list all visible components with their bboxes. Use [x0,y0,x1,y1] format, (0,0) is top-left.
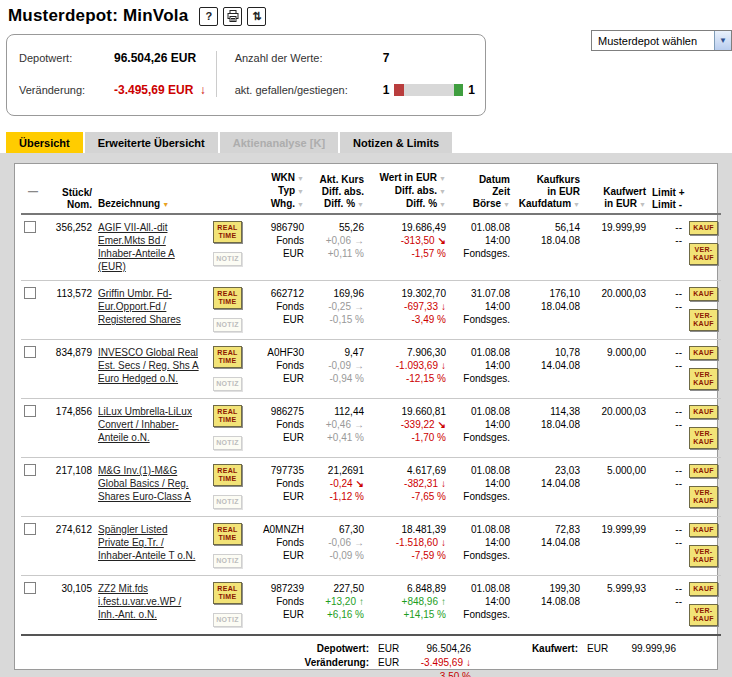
sort-icon[interactable]: ▼ [297,188,304,195]
table-row: 113,572 Griffin Umbr. Fd-Eur.Opport.Fd /… [21,281,721,340]
sort-icon[interactable]: ▼ [573,201,580,208]
row-checkbox[interactable] [24,346,36,358]
realtime-button[interactable]: REALTIME [213,405,242,427]
sort-icon[interactable]: ▼ [162,201,169,208]
value-cell: 19.660,81 -339,22↘ -1,70 % [367,399,449,458]
refresh-icon[interactable]: ⇅ [247,7,266,26]
position-value: 4.617,69 [370,464,446,477]
kauf-button[interactable]: KAUF [689,523,718,537]
kauf-button[interactable]: KAUF [689,405,718,419]
print-icon[interactable] [223,7,242,26]
value-diff-abs: -1.518,60↓ [370,536,446,549]
depot-select[interactable]: Musterdepot wählen ▼ [591,30,732,51]
quote-time: 14:00 [452,536,510,549]
trade-buttons-cell: KAUF VER-KAUF [685,281,721,340]
notiz-button[interactable]: NOTIZ [213,495,242,509]
realtime-button[interactable]: REALTIME [213,221,242,243]
positions-table: —Stück/Nom.Bezeichnung▼WKN▼Typ▼Whg.▼Akt.… [21,170,721,636]
column-header-label: Bezeichnung [98,198,160,209]
verkauf-button[interactable]: VER-KAUF [689,545,718,567]
verkauf-button[interactable]: VER-KAUF [689,243,718,265]
notiz-button[interactable]: NOTIZ [213,318,242,332]
position-value: 19.660,81 [370,405,446,418]
security-link[interactable]: AGIF VII-All.-ditEmer.Mkts Bd /Inhaber-A… [98,222,175,272]
price-diff-abs: -0,25→ [310,300,364,313]
security-link[interactable]: Spängler ListedPrivate Eq.Tr. /Inhaber-A… [98,524,195,561]
kauf-button[interactable]: KAUF [689,346,718,360]
notiz-button[interactable]: NOTIZ [213,613,242,627]
row-checkbox[interactable] [24,221,36,233]
security-link[interactable]: M&G Inv.(1)-M&GGlobal Basics / Reg.Share… [98,465,191,502]
printer-glyph [227,10,239,22]
security-link[interactable]: INVESCO Global RealEst. Secs / Reg. Shs … [98,347,199,384]
top-row: Depotwert: 96.504,26 EUR Veränderung: -3… [0,28,732,116]
bar-fallen-segment [394,84,404,96]
kauf-button[interactable]: KAUF [689,221,718,235]
totals-depotwert-label: Depotwert: [289,642,369,656]
help-icon[interactable]: ? [199,7,218,26]
security-link[interactable]: LiLux Umbrella-LiLuxConvert / Inhaber-An… [98,406,192,443]
verkauf-button[interactable]: VER-KAUF [689,604,718,626]
buy-date: 14.04.08 [516,477,580,490]
row-checkbox[interactable] [24,405,36,417]
sort-icon[interactable]: ▼ [439,188,446,195]
limit-plus: -- [652,346,682,359]
row-checkbox[interactable] [24,582,36,594]
notiz-button[interactable]: NOTIZ [213,377,242,391]
shares-cell: 274,612 [45,517,95,576]
row-checkbox[interactable] [24,287,36,299]
verkauf-button[interactable]: VER-KAUF [689,427,718,449]
value-diff-pct: -12,15 % [370,372,446,385]
shares-amount: 834,879 [56,347,92,358]
trade-buttons-cell: KAUF VER-KAUF [685,576,721,636]
verkauf-button[interactable]: VER-KAUF [689,309,718,331]
wkn-value: 986790 [254,221,304,234]
kauf-button[interactable]: KAUF [689,287,718,301]
trend-arrow-icon: → [354,537,364,548]
value-cell: 7.906,30 -1.093,69↓ -12,15 % [367,340,449,399]
value-diff-abs: -1.093,69↓ [370,359,446,372]
currency-value: EUR [254,608,304,621]
security-link[interactable]: ZZ2 Mit.fdsi.fest.u.var.ve.WP /Inh.-Ant.… [98,583,181,620]
sort-icon[interactable]: ▼ [639,201,646,208]
limit-minus: -- [652,359,682,372]
sort-icon[interactable]: ▼ [297,201,304,208]
trend-arrow-icon: ↑ [359,596,364,607]
kauf-button[interactable]: KAUF [689,582,718,596]
date-cell: 01.08.08 14:00 Fondsges. [449,214,513,281]
notiz-button[interactable]: NOTIZ [213,436,242,450]
price-cell: 112,44 +0,46→ +0,41 % [307,399,367,458]
bar-unchanged-segment [404,84,454,96]
price-diff-abs: -0,06→ [310,536,364,549]
realtime-button[interactable]: REALTIME [213,464,242,486]
tab-notizen-limits[interactable]: Notizen & Limits [340,132,452,153]
type-value: Fonds [254,477,304,490]
verkauf-button[interactable]: VER-KAUF [689,368,718,390]
row-checkbox[interactable] [24,464,36,476]
security-link[interactable]: Griffin Umbr. Fd-Eur.Opport.Fd /Register… [98,288,181,325]
sort-icon[interactable]: ▼ [439,175,446,182]
sort-icon[interactable]: ▼ [297,175,304,182]
quote-time: 14:00 [452,234,510,247]
kauf-button[interactable]: KAUF [689,464,718,478]
notiz-button[interactable]: NOTIZ [213,252,242,266]
realtime-button[interactable]: REALTIME [213,523,242,545]
realtime-button[interactable]: REALTIME [213,582,242,604]
wkn-value: A0HF30 [254,346,304,359]
sort-icon[interactable]: ▼ [503,201,510,208]
row-buttons-cell: REALTIME NOTIZ [207,458,251,517]
notiz-button[interactable]: NOTIZ [213,554,242,568]
verkauf-button[interactable]: VER-KAUF [689,486,718,508]
column-header-limit: Limit +Limit - [649,170,685,214]
realtime-button[interactable]: REALTIME [213,287,242,309]
price-diff-pct: -0,94 % [310,372,364,385]
sort-icon[interactable]: ▼ [439,201,446,208]
realtime-button[interactable]: REALTIME [213,346,242,368]
row-checkbox[interactable] [24,523,36,535]
value-diff-abs: +848,96↑ [370,595,446,608]
totals-veraenderung-label: Veränderung: [289,656,369,670]
sort-icon[interactable]: ▼ [357,201,364,208]
tab-erweiterte-uebersicht[interactable]: Erweiterte Übersicht [85,132,218,153]
tab-uebersicht[interactable]: Übersicht [6,132,83,153]
checkbox-cell [21,340,45,399]
